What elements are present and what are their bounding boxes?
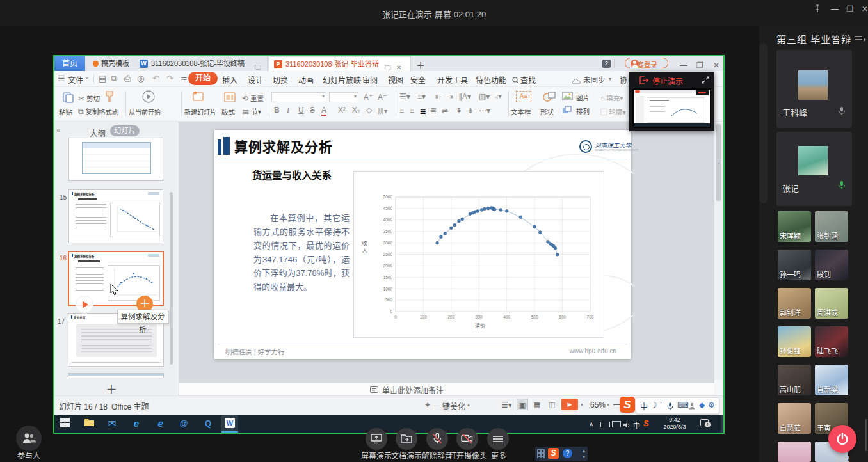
sogou-logo-icon[interactable]: S [620,397,635,413]
normal-view-button[interactable]: ▣ [517,399,528,410]
menu-view[interactable]: 视图 [388,74,403,85]
close-icon[interactable]: ✕ [860,4,868,13]
participant-tile[interactable]: 肖新梁 [815,365,848,395]
stop-share-button[interactable]: 停止演示 [652,76,683,86]
chevron-down-icon[interactable]: ▾ [581,402,583,408]
edge-browser-icon[interactable]: e [131,418,142,429]
font-name-select[interactable] [271,92,326,102]
decrease-indent-button[interactable]: ⇤ [435,92,442,101]
menu-start[interactable]: 开始 [188,72,218,85]
format-painter-icon[interactable] [104,90,115,106]
textbox-icon[interactable]: A≡ [516,91,531,102]
slide-thumb-15[interactable]: 算例求解及分析 [68,189,163,243]
italic-button[interactable]: I [287,106,289,115]
underline-button[interactable]: U [298,106,304,115]
battery-icon[interactable] [600,422,610,427]
ime-moon-icon[interactable]: ☽ [650,401,657,410]
bold-button[interactable]: B [274,106,280,115]
new-slide-button[interactable]: 新建幻灯片 [184,107,216,116]
participant-tile[interactable]: 周洪成 [815,288,848,319]
menu-devtools[interactable]: 开发工具 [437,74,468,85]
hamburger-icon[interactable]: ☰ [58,74,65,83]
ime-desktop-bar[interactable]: S ? ▴▾ [535,447,588,461]
section-button[interactable]: ▤ 节▾ [242,106,261,116]
new-tab-button[interactable]: ＋ [416,58,425,71]
tab-word-doc[interactable]: W 311602030108-张记-毕设终稿 🖵 [135,56,268,71]
arrange-button[interactable]: 排列 [576,106,590,116]
participant-tile[interactable]: 段钊 [815,250,848,280]
file-menu[interactable]: 文件 [68,74,83,85]
chevron-down-icon[interactable]: ▾ [607,402,609,408]
align-center-button[interactable]: ≡ [410,106,414,115]
font-color-button[interactable]: A [321,106,326,116]
para-spacing-button[interactable]: ⇟ [467,106,474,115]
bullet-list-button[interactable]: ☰▾ [399,92,410,101]
clock[interactable]: 9:42 2020/6/3 [658,417,691,431]
theme-label[interactable]: Office 主题 [111,401,149,411]
sogou-tray-icon[interactable]: S [643,418,649,428]
superscript-button[interactable]: X² [338,106,346,115]
minimize-icon[interactable]: — [830,4,840,13]
menu-transition[interactable]: 切换 [273,74,288,85]
ime-mic-icon[interactable] [667,402,673,412]
slideshow-play-button[interactable]: ▶ [561,399,578,410]
search-icon[interactable] [512,75,519,86]
more-paragraph-button[interactable]: ⋯▾ [479,106,490,115]
exit-meeting-button[interactable] [828,425,856,453]
slide-thumb-14[interactable] [68,138,163,181]
ie-browser-icon[interactable]: ℯ [155,418,166,429]
picture-button[interactable]: 图片 [576,93,590,102]
textbox-button[interactable]: 文本框 [511,107,531,116]
notes-toggle-icon[interactable]: ☰▾ [501,401,512,410]
restore-icon[interactable]: ❐ [845,4,855,13]
export-icon[interactable]: ⧉ [111,74,117,84]
scroll-down-icon[interactable]: ⌄ [716,159,721,165]
chevron-down-icon[interactable]: ⌄ [84,74,90,80]
doc-share-button[interactable] [396,428,417,450]
layout-button[interactable]: 版式 [221,107,235,116]
participant-tile[interactable]: 郭钊洋 [778,288,811,319]
slide-play-button[interactable] [76,296,93,314]
menu-design[interactable]: 设计 [248,74,263,85]
participant-tile[interactable]: 宋晖颖 [778,211,811,242]
participant-tile[interactable]: 孙俊锋 [778,326,811,357]
unmute-button[interactable] [426,428,448,450]
arrange-icon[interactable] [562,105,573,117]
screen-share-button[interactable] [366,428,387,450]
ime-person-icon[interactable] [689,402,695,411]
participant-tile[interactable]: 张钊涵 [815,211,848,242]
tab-ppt-active[interactable]: P 311602030108-张记-毕业答辩 🖵 ✕ [269,56,411,71]
clear-format-button[interactable]: ◇ [366,106,372,115]
network-icon[interactable] [612,421,621,427]
menu-slideshow[interactable]: 幻灯片放映 [323,74,361,85]
columns-button[interactable]: ▥▾ [479,92,490,101]
align-text-button[interactable]: ⫞▾ [494,92,502,101]
shapes-icon[interactable] [543,92,556,105]
wps-close-icon[interactable]: ✕ [713,61,719,70]
print-icon[interactable]: ⎙ [124,74,131,84]
slide-thumb-18-partial[interactable] [68,373,164,378]
beautify-icon[interactable]: ✦ [424,401,431,410]
tab-template[interactable]: 稿壳模板 [88,56,134,71]
zoom-level[interactable]: 65% [590,401,606,410]
sogou-bar-logo-icon[interactable]: S [548,448,559,459]
justify-button[interactable]: ≣ [430,106,437,115]
guest-login-button[interactable]: 访客登录 [625,58,668,68]
notes-bar[interactable] [179,383,714,395]
save-icon[interactable]: ▤ [99,74,106,83]
help-icon[interactable]: ? [563,449,572,458]
increase-indent-button[interactable]: ⇥ [447,92,453,101]
menu-features[interactable]: 特色功能 [476,74,506,85]
menu-insert[interactable]: 插入 [222,74,237,85]
share-control-panel[interactable]: 停止演示 [629,72,714,131]
tray-expand-icon[interactable]: ∧ [589,420,593,427]
expand-panel-icon[interactable] [702,75,709,86]
play-from-current-button[interactable]: 从当前开始 [129,107,161,116]
font-size-select[interactable] [329,92,358,102]
participants-button[interactable] [16,426,42,451]
fill-button[interactable]: ⌂ 填充▾ [600,93,623,102]
mail-app-icon[interactable]: ✉ [106,418,118,429]
tab-home[interactable]: 首页 [54,56,85,71]
layout-icon[interactable] [224,92,236,105]
speaker-icon[interactable] [623,420,631,431]
